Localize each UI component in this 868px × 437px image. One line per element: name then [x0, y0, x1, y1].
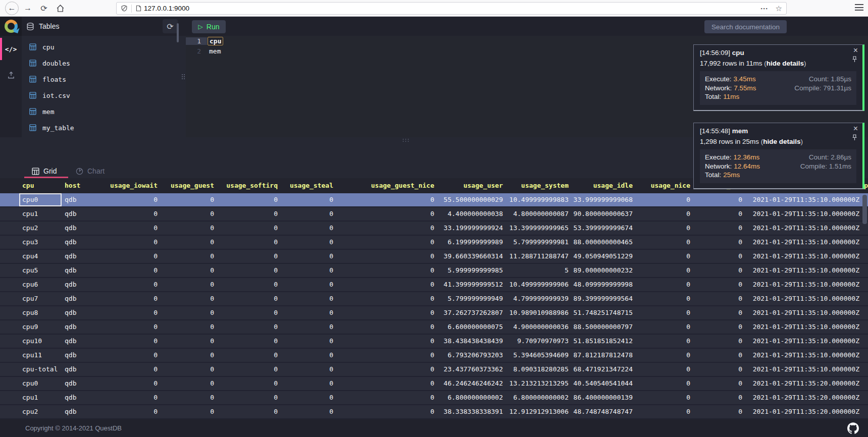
grid-cell[interactable]: 0 [692, 363, 744, 376]
grid-cell[interactable]: cpu0 [19, 193, 62, 206]
grid-cell[interactable]: 39.660339660314 [436, 250, 505, 263]
grid-cell[interactable]: 0 [160, 250, 216, 263]
grid-cell[interactable]: qdb [62, 264, 100, 277]
column-header-usage_nice[interactable]: usage_nice [635, 178, 692, 193]
grid-cell[interactable]: 5.999999999985 [436, 264, 505, 277]
column-header-cpu[interactable]: cpu [19, 178, 62, 193]
grid-cell[interactable]: 2021-01-29T11:35:10.000000Z [744, 306, 861, 319]
grid-cell[interactable]: cpu4 [19, 250, 62, 263]
grid-cell[interactable]: 4.799999999939 [505, 292, 571, 305]
refresh-tables-icon[interactable]: ⟳ [163, 19, 178, 33]
grid-cell[interactable]: 37.262737262807 [436, 306, 505, 319]
grid-cell[interactable]: 4.800000000087 [505, 207, 571, 221]
grid-cell[interactable]: 0 [635, 250, 692, 263]
sidebar-table-floats[interactable]: floats [22, 71, 180, 87]
column-header-usage_system[interactable]: usage_system [505, 178, 571, 193]
grid-cell[interactable]: 0 [692, 292, 744, 305]
grid-cell[interactable]: 0 [100, 320, 160, 334]
grid-cell[interactable]: 0 [280, 335, 335, 348]
grid-cell[interactable]: 2021-01-29T11:35:20.000000Z [744, 377, 861, 390]
grid-cell[interactable]: 4.900000000036 [505, 320, 571, 334]
grid-cell[interactable]: 11.288711288747 [505, 250, 571, 263]
grid-cell[interactable]: 0 [216, 377, 280, 390]
grid-cell[interactable]: 6.600000000075 [436, 320, 505, 334]
grid-cell[interactable]: 5.799999999981 [505, 236, 571, 249]
grid-cell[interactable]: 2021-01-29T11:35:10.000000Z [744, 264, 861, 277]
grid-cell[interactable]: 0 [635, 306, 692, 319]
grid-cell[interactable]: 0 [100, 335, 160, 348]
url-text[interactable]: 127.0.0.1:9000 [144, 5, 189, 12]
questdb-logo[interactable] [0, 17, 22, 36]
grid-cell[interactable]: 0 [692, 405, 744, 418]
grid-cell[interactable]: cpu-total [19, 363, 62, 376]
browser-forward-icon[interactable]: → [21, 1, 35, 15]
grid-cell[interactable]: 0 [692, 193, 744, 206]
grid-cell[interactable]: cpu5 [19, 264, 62, 277]
grid-cell[interactable]: 0 [100, 250, 160, 263]
grid-cell[interactable]: 51.748251748715 [571, 306, 635, 319]
grid-cell[interactable]: 2021-01-29T11:35:10.000000Z [744, 320, 861, 334]
grid-cell[interactable]: 0 [280, 363, 335, 376]
grid-cell[interactable]: 0 [335, 405, 436, 418]
grid-cell[interactable]: 0 [100, 222, 160, 235]
tab-chart[interactable]: Chart [76, 167, 105, 175]
grid-cell[interactable]: 89.000000000232 [571, 264, 635, 277]
grid-cell[interactable]: qdb [62, 278, 100, 291]
grid-cell[interactable]: cpu8 [19, 306, 62, 319]
table-row[interactable]: cpu2qdb0000038.33833833839112.9129129130… [0, 405, 868, 419]
grid-cell[interactable]: 33.999999999068 [571, 193, 635, 206]
grid-cell[interactable]: 0 [635, 405, 692, 418]
grid-cell[interactable]: cpu9 [19, 320, 62, 334]
column-header-usage_iowait[interactable]: usage_iowait [100, 178, 160, 193]
search-documentation-button[interactable]: Search documentation [704, 20, 787, 33]
sidebar-table-mem[interactable]: mem [22, 103, 180, 120]
shield-icon[interactable] [121, 5, 128, 12]
pin-icon[interactable] [852, 56, 857, 63]
hide-details-link[interactable]: hide details [763, 138, 800, 145]
grid-cell[interactable]: 0 [100, 363, 160, 376]
grid-cell[interactable]: 33.199999999924 [436, 222, 505, 235]
grid-cell[interactable]: 0 [160, 405, 216, 418]
grid-cell[interactable]: 0 [280, 250, 335, 263]
grid-cell[interactable]: 40.540540541044 [571, 377, 635, 390]
grid-cell[interactable]: 0 [280, 236, 335, 249]
column-header-usage_guest[interactable]: usage_guest [160, 178, 216, 193]
grid-cell[interactable]: 90.800000000637 [571, 207, 635, 221]
grid-cell[interactable]: 0 [635, 278, 692, 291]
grid-cell[interactable]: 4.400000000038 [436, 207, 505, 221]
table-row[interactable]: cpu6qdb0000041.39999999951210.4999999999… [0, 278, 868, 292]
table-row[interactable]: cpu4qdb0000039.66033966031411.2887112887… [0, 250, 868, 264]
grid-cell[interactable]: 0 [692, 320, 744, 334]
grid-cell[interactable]: 0 [635, 264, 692, 277]
grid-cell[interactable]: cpu10 [19, 335, 62, 348]
grid-cell[interactable]: 2021-01-29T11:35:10.000000Z [744, 250, 861, 263]
table-row[interactable]: cpu10qdb0000038.4384384384399.7097097097… [0, 335, 868, 349]
grid-cell[interactable]: 2021-01-29T11:35:10.000000Z [744, 193, 861, 206]
grid-cell[interactable]: 12.912912913006 [505, 405, 571, 418]
grid-cell[interactable]: 87.812187812478 [571, 349, 635, 362]
grid-cell[interactable]: 0 [635, 391, 692, 404]
grid-cell[interactable]: 2021-01-29T11:35:10.000000Z [744, 292, 861, 305]
grid-cell[interactable]: 0 [692, 391, 744, 404]
grid-cell[interactable]: 0 [335, 391, 436, 404]
grid-cell[interactable]: cpu1 [19, 207, 62, 221]
grid-cell[interactable]: 48.748748748747 [571, 405, 635, 418]
grid-cell[interactable]: 38.338338338391 [436, 405, 505, 418]
grid-cell[interactable]: qdb [62, 391, 100, 404]
grid-cell[interactable]: 0 [280, 264, 335, 277]
grid-cell[interactable]: 0 [280, 405, 335, 418]
grid-cell[interactable]: 0 [280, 377, 335, 390]
grid-cell[interactable]: 38.438438438439 [436, 335, 505, 348]
grid-cell[interactable]: qdb [62, 405, 100, 418]
grid-cell[interactable]: 0 [280, 222, 335, 235]
grid-cell[interactable]: 86.400000000139 [571, 391, 635, 404]
grid-cell[interactable]: 0 [100, 306, 160, 319]
vertical-splitter[interactable] [180, 36, 186, 137]
sidebar-table-iot.csv[interactable]: iot.csv [22, 87, 180, 103]
grid-cell[interactable]: 0 [335, 250, 436, 263]
grid-cell[interactable]: 0 [335, 306, 436, 319]
grid-cell[interactable]: 0 [216, 292, 280, 305]
rail-item-import[interactable] [0, 62, 22, 88]
table-row[interactable]: cpu7qdb000005.7999999999494.799999999939… [0, 292, 868, 306]
grid-cell[interactable]: 0 [100, 377, 160, 390]
